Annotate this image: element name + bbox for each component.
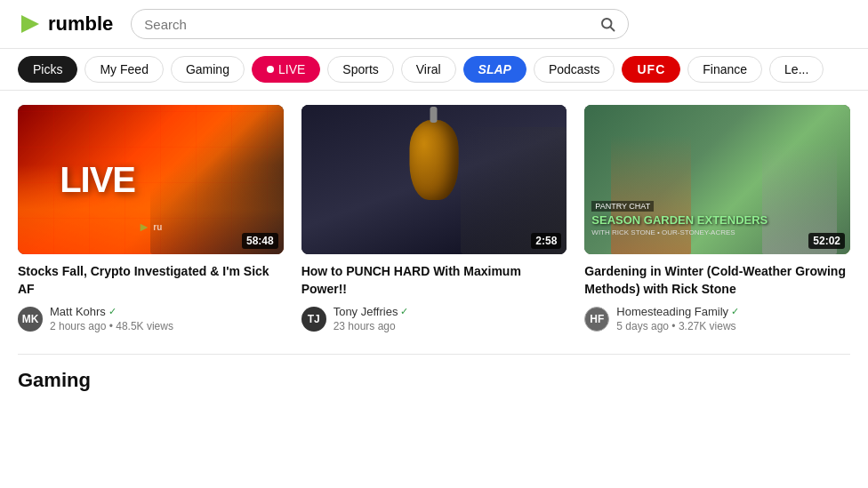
video-info-2: How to PUNCH HARD With Maximum Power!! T… [301, 263, 567, 332]
avatar-3: HF [584, 307, 609, 332]
header: rumble [0, 0, 868, 49]
tab-live[interactable]: LIVE [252, 56, 320, 83]
channel-details-1: Matt Kohrs ✓ 2 hours ago • 48.5K views [50, 305, 173, 332]
channel-details-3: Homesteading Family ✓ 5 days ago • 3.27K… [616, 305, 739, 332]
rumble-logo-icon [18, 12, 43, 36]
tab-my-feed[interactable]: My Feed [84, 56, 163, 83]
tab-gaming[interactable]: Gaming [171, 56, 245, 83]
video-card-2[interactable]: 2:58 How to PUNCH HARD With Maximum Powe… [301, 105, 567, 332]
video-meta-2: 23 hours ago [334, 320, 409, 332]
avatar-2: TJ [301, 307, 326, 332]
duration-1: 58:48 [242, 233, 278, 249]
pantry-chat-label: PANTRY CHAT [591, 201, 654, 212]
video-grid: LIVE ru 58:48 Stocks Fall, Crypto Invest… [18, 105, 850, 332]
thumbnail-3: PANTRY CHAT SEASON GARDEN EXTENDERS WITH… [584, 105, 850, 254]
tab-podcasts[interactable]: Podcasts [534, 56, 615, 83]
search-button[interactable] [599, 16, 615, 32]
season-garden-title: SEASON GARDEN EXTENDERS [591, 214, 843, 227]
svg-marker-0 [21, 15, 39, 33]
channel-name-1: Matt Kohrs ✓ [50, 305, 173, 318]
duration-3: 52:02 [808, 233, 845, 249]
verified-icon-2: ✓ [400, 306, 408, 317]
duration-2: 2:58 [531, 233, 561, 249]
svg-line-2 [611, 27, 615, 30]
main-content: LIVE ru 58:48 Stocks Fall, Crypto Invest… [0, 91, 868, 410]
video-title-1: Stocks Fall, Crypto Investigated & I'm S… [18, 263, 284, 298]
video-meta-1: 2 hours ago • 48.5K views [50, 320, 173, 332]
svg-marker-3 [141, 224, 149, 232]
video-meta-3: 5 days ago • 3.27K views [616, 320, 739, 332]
garden-text-overlay: PANTRY CHAT SEASON GARDEN EXTENDERS WITH… [591, 196, 843, 236]
tab-sports[interactable]: Sports [327, 56, 393, 83]
punch-bag [409, 120, 458, 200]
with-credit: WITH RICK STONE • OUR-STONEY-ACRES [591, 228, 843, 236]
logo-text: rumble [48, 12, 113, 36]
channel-details-2: Tony Jeffries ✓ 23 hours ago [334, 305, 409, 332]
live-dot [267, 66, 274, 73]
video-info-3: Gardening in Winter (Cold-Weather Growin… [584, 263, 850, 332]
tab-picks[interactable]: Picks [18, 56, 77, 83]
thumb-live-bg: LIVE ru [18, 105, 284, 254]
search-input[interactable] [144, 17, 599, 32]
verified-icon-1: ✓ [108, 306, 117, 317]
channel-name-3: Homesteading Family ✓ [616, 305, 739, 318]
tab-viral[interactable]: Viral [401, 56, 456, 83]
video-title-3: Gardening in Winter (Cold-Weather Growin… [584, 263, 850, 298]
nav-tabs: Picks My Feed Gaming LIVE Sports Viral S… [0, 49, 868, 91]
video-card-3[interactable]: PANTRY CHAT SEASON GARDEN EXTENDERS WITH… [584, 105, 850, 332]
channel-name-2: Tony Jeffries ✓ [334, 305, 409, 318]
video-card-1[interactable]: LIVE ru 58:48 Stocks Fall, Crypto Invest… [18, 105, 284, 332]
verified-icon-3: ✓ [731, 306, 739, 317]
tab-lea[interactable]: Le... [769, 56, 824, 83]
search-icon [599, 16, 615, 32]
video-info-1: Stocks Fall, Crypto Investigated & I'm S… [18, 263, 284, 332]
thumb-garden-bg: PANTRY CHAT SEASON GARDEN EXTENDERS WITH… [584, 105, 850, 254]
channel-row-3: HF Homesteading Family ✓ 5 days ago • 3.… [584, 305, 850, 332]
avatar-1: MK [18, 307, 43, 332]
thumbnail-1: LIVE ru 58:48 [18, 105, 284, 254]
live-text: LIVE [60, 159, 135, 199]
search-bar [131, 9, 629, 39]
channel-row-1: MK Matt Kohrs ✓ 2 hours ago • 48.5K view… [18, 305, 284, 332]
rumble-watermark: ru [139, 222, 162, 233]
thumb-boxing-bg [301, 105, 567, 254]
logo[interactable]: rumble [18, 12, 113, 36]
tab-finance[interactable]: Finance [687, 56, 762, 83]
tab-power-slap[interactable]: SLAP [463, 56, 526, 83]
channel-row-2: TJ Tony Jeffries ✓ 23 hours ago [301, 305, 567, 332]
video-title-2: How to PUNCH HARD With Maximum Power!! [301, 263, 567, 298]
section-divider [18, 354, 850, 355]
thumbnail-2: 2:58 [301, 105, 567, 254]
tab-ufc[interactable]: UFC [622, 56, 680, 83]
gaming-section-title: Gaming [18, 369, 850, 392]
